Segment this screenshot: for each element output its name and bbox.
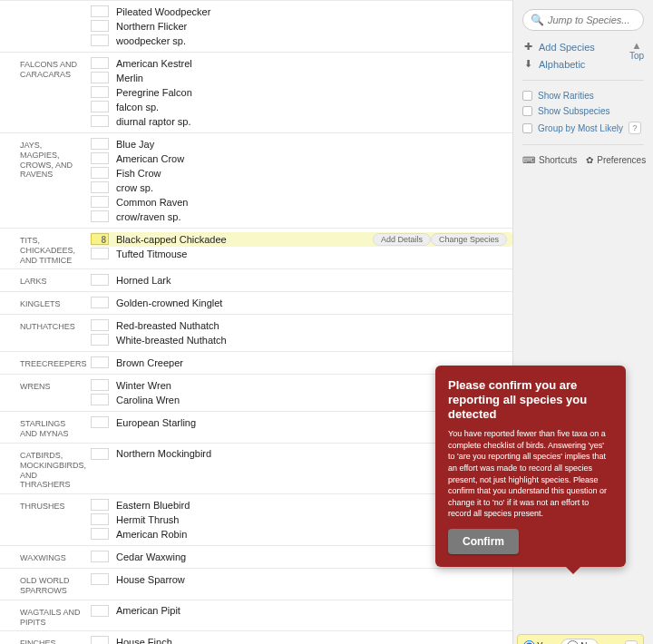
count-input[interactable] <box>91 356 109 368</box>
count-input[interactable] <box>91 20 109 32</box>
species-group: TITS, CHICKADEES, AND TITMICE8Black-capp… <box>0 228 512 268</box>
species-row[interactable]: crow sp. <box>91 181 512 195</box>
show-rarities-label: Show Rarities <box>538 91 594 101</box>
count-input[interactable] <box>91 499 109 511</box>
count-input[interactable] <box>91 513 109 525</box>
species-row[interactable]: Northern Flicker <box>91 19 512 34</box>
species-name: Common Raven <box>116 197 507 208</box>
no-radio-input[interactable] <box>567 640 579 644</box>
gear-icon: ✿ <box>586 155 593 165</box>
top-link[interactable]: ▲ Top <box>629 40 644 61</box>
count-input[interactable] <box>91 528 109 540</box>
count-input[interactable] <box>91 636 109 644</box>
group-label: LARKS <box>0 273 91 288</box>
shortcuts-label: Shortcuts <box>539 155 577 165</box>
group-likely-toggle[interactable]: Group by Most Likely ? <box>522 119 644 137</box>
no-radio[interactable]: No <box>560 639 599 644</box>
count-input[interactable] <box>91 115 109 127</box>
group-label: NUTHATCHES <box>0 318 91 347</box>
species-row[interactable]: woodpecker sp. <box>91 34 512 48</box>
species-name: Northern Flicker <box>116 21 507 32</box>
confirm-button[interactable]: Confirm <box>448 529 519 554</box>
count-input[interactable] <box>91 248 109 259</box>
species-name: House Sparrow <box>116 574 507 585</box>
group-label: FINCHES, EUPHONIAS, AND ALLIES <box>0 635 91 644</box>
count-input[interactable] <box>91 605 109 617</box>
group-label: WAXWINGS <box>0 550 91 564</box>
count-input[interactable] <box>91 196 109 208</box>
count-input[interactable] <box>91 319 109 331</box>
add-details-button[interactable]: Add Details <box>373 233 431 246</box>
species-row[interactable]: Common Raven <box>91 195 512 210</box>
count-input[interactable]: 8 <box>91 233 109 245</box>
count-input[interactable] <box>91 152 109 164</box>
species-name: American Crow <box>116 153 507 164</box>
count-input[interactable] <box>91 274 109 286</box>
species-name: Horned Lark <box>116 275 507 286</box>
count-input[interactable] <box>91 167 109 179</box>
count-input[interactable] <box>91 57 109 69</box>
species-name: crow/raven sp. <box>116 211 507 222</box>
checkbox-icon <box>522 106 532 116</box>
show-subspecies-toggle[interactable]: Show Subspecies <box>522 103 644 119</box>
search-input[interactable] <box>548 15 636 25</box>
species-row[interactable]: Blue Jay <box>91 137 512 151</box>
count-input[interactable] <box>91 138 109 150</box>
yes-radio-input[interactable] <box>523 640 535 644</box>
checkbox-icon <box>522 91 532 101</box>
count-input[interactable] <box>91 86 109 98</box>
species-row[interactable]: Fish Crow <box>91 166 512 181</box>
count-input[interactable] <box>91 448 109 460</box>
species-row[interactable]: Horned Lark <box>91 273 512 288</box>
species-row[interactable]: falcon sp. <box>91 100 512 114</box>
count-input[interactable] <box>91 394 109 405</box>
count-input[interactable] <box>91 181 109 193</box>
species-row[interactable]: House Finch <box>91 635 512 644</box>
count-input[interactable] <box>91 101 109 112</box>
count-input[interactable] <box>91 573 109 585</box>
change-species-button[interactable]: Change Species <box>431 233 507 246</box>
count-input[interactable] <box>91 34 109 46</box>
species-row[interactable]: Tufted Titmouse <box>91 247 512 261</box>
count-input[interactable] <box>91 210 109 222</box>
species-row[interactable]: American Crow <box>91 151 512 166</box>
species-row[interactable]: White-breasted Nuthatch <box>91 333 512 347</box>
species-row[interactable]: Red-breasted Nuthatch <box>91 318 512 333</box>
group-label: TREECREEPERS <box>0 356 91 370</box>
group-label: TITS, CHICKADEES, AND TITMICE <box>0 232 91 265</box>
species-group: KINGLETSGolden-crowned Kinglet <box>0 291 512 314</box>
count-input[interactable] <box>91 379 109 391</box>
help-icon[interactable]: ? <box>629 122 641 134</box>
species-row[interactable]: Pileated Woodpecker <box>91 5 512 19</box>
count-input[interactable] <box>91 416 109 428</box>
species-row[interactable]: Golden-crowned Kinglet <box>91 296 512 310</box>
count-input[interactable] <box>91 551 109 562</box>
shortcuts-link[interactable]: ⌨ Shortcuts <box>522 155 577 165</box>
species-row[interactable]: Peregrine Falcon <box>91 85 512 100</box>
help-icon[interactable]: ? <box>625 640 638 644</box>
species-name: American Pipit <box>116 605 507 616</box>
count-input[interactable] <box>91 334 109 346</box>
species-row[interactable]: 8Black-capped ChickadeeAdd DetailsChange… <box>91 232 512 247</box>
add-species-link[interactable]: ✚ Add Species <box>522 38 644 55</box>
show-rarities-toggle[interactable]: Show Rarities <box>522 88 644 103</box>
preferences-link[interactable]: ✿ Preferences <box>586 155 646 165</box>
species-row[interactable]: diurnal raptor sp. <box>91 114 512 129</box>
group-likely-label: Group by Most Likely <box>538 123 623 133</box>
search-box[interactable]: 🔍 <box>522 9 644 31</box>
species-row[interactable]: American Pipit <box>91 604 512 619</box>
species-row[interactable]: Merlin <box>91 71 512 85</box>
alphabetic-label: Alphabetic <box>539 59 585 70</box>
species-group: JAYS, MAGPIES, CROWS, AND RAVENSBlue Jay… <box>0 132 512 228</box>
species-row[interactable]: crow/raven sp. <box>91 210 512 224</box>
species-name: House Finch <box>116 637 507 644</box>
species-row[interactable]: American Kestrel <box>91 56 512 71</box>
species-row[interactable]: House Sparrow <box>91 572 512 587</box>
species-group: Pileated WoodpeckerNorthern Flickerwoodp… <box>0 0 512 52</box>
count-input[interactable] <box>91 5 109 17</box>
modal-body: You have reported fewer than five taxa o… <box>448 428 613 520</box>
count-input[interactable] <box>91 72 109 83</box>
yes-radio[interactable]: Yes <box>523 640 551 644</box>
alphabetic-link[interactable]: ⬇ Alphabetic <box>522 55 644 73</box>
count-input[interactable] <box>91 297 109 308</box>
